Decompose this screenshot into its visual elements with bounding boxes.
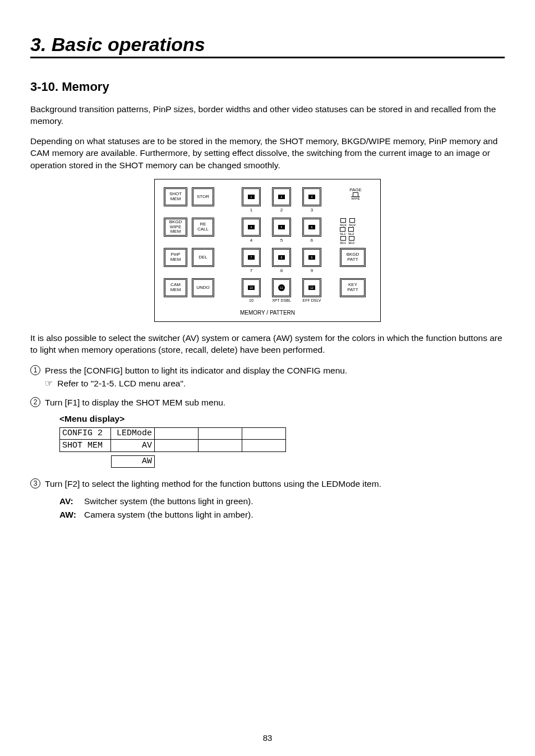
pattern-label: 8 xyxy=(270,268,293,278)
def-aw-key: AW: xyxy=(59,508,80,522)
menu-r1c5 xyxy=(242,427,286,440)
pattern-label: 2 xyxy=(270,208,293,218)
chapter-title: 3. Basic operations xyxy=(30,34,505,58)
menu-r1c4 xyxy=(199,427,242,440)
pattern-label: 1 xyxy=(240,208,262,218)
pattern-label: 9 xyxy=(301,268,323,278)
pattern-label: 6 xyxy=(301,238,323,248)
step-1: 1 Press the [CONFIG] button to light its… xyxy=(30,364,505,390)
pattern-button: 6 xyxy=(301,218,323,238)
menu-r1c1: CONFIG 2 xyxy=(59,427,111,440)
menu-display-heading: <Menu display> xyxy=(59,412,505,425)
menu-r3c2: AW xyxy=(111,455,155,468)
intro-para-1: Background transition patterns, PinP siz… xyxy=(30,103,505,127)
def-aw-val: Camera system (the buttons light in ambe… xyxy=(84,508,253,522)
legend-block: SQ1SQ2SL1SL23D13D2 xyxy=(340,218,371,238)
pattern-button: 2 xyxy=(270,187,293,208)
pattern-label: XPT DSBL xyxy=(270,298,293,308)
step-1-text: Press the [CONFIG] button to light its i… xyxy=(45,364,505,377)
step-3-text: Turn [F2] to select the lighting method … xyxy=(45,477,505,490)
pattern-label: 3 xyxy=(301,208,323,218)
step-3: 3 Turn [F2] to select the lighting metho… xyxy=(30,477,505,522)
pattern-button: 9 xyxy=(301,248,323,268)
op-button: RE CALL xyxy=(192,218,214,237)
pattern-button: 4 xyxy=(240,218,262,238)
key-patt-button: KEY PATT xyxy=(340,278,366,297)
page-number: 83 xyxy=(0,733,535,743)
menu-r1c3 xyxy=(155,427,199,440)
def-av-val: Switcher system (the buttons light in gr… xyxy=(84,495,253,508)
def-av-key: AV: xyxy=(59,495,80,508)
op-button: UNDO xyxy=(192,278,214,297)
para-after-panel: It is also possible to select the switch… xyxy=(30,332,505,356)
menu-r2c3 xyxy=(155,440,199,452)
step-2: 2 Turn [F1] to display the SHOT MEM sub … xyxy=(30,396,505,472)
step-number-1: 1 xyxy=(30,365,40,375)
pointer-icon: ☞ xyxy=(45,379,53,388)
step-number-3: 3 xyxy=(30,478,40,488)
menu-r1c2: LEDMode xyxy=(111,427,155,440)
mem-button: CAM MEM xyxy=(164,278,187,297)
pattern-button: 10 xyxy=(240,278,262,298)
menu-r2c4 xyxy=(199,440,242,452)
menu-display-table: CONFIG 2 LEDMode SHOT MEM AV xyxy=(59,427,286,468)
op-button: DEL xyxy=(192,248,214,267)
pattern-label: 10 xyxy=(240,298,262,308)
pattern-button: 3 xyxy=(301,187,323,208)
pattern-label: EFF DSLV xyxy=(301,298,323,308)
pattern-button: 12 xyxy=(301,278,323,298)
control-panel-figure: SHOT MEMSTOR123123BKGD WIPE MEMRE CALL45… xyxy=(154,179,381,322)
step-2-text: Turn [F1] to display the SHOT MEM sub me… xyxy=(45,396,505,409)
pattern-button: 5 xyxy=(270,218,293,238)
menu-r2c5 xyxy=(242,440,286,452)
step-1-ref: Refer to "2-1-5. LCD menu area". xyxy=(57,379,186,388)
pattern-label: 4 xyxy=(240,238,262,248)
mem-button: SHOT MEM xyxy=(164,187,187,206)
mem-button: BKGD WIPE MEM xyxy=(164,218,187,237)
step-number-2: 2 xyxy=(30,397,40,407)
pattern-label: 5 xyxy=(270,238,293,248)
op-button: STOR xyxy=(192,187,214,206)
menu-r2c2: AV xyxy=(111,440,155,452)
pattern-button: 1 xyxy=(240,187,262,208)
menu-r2c1: SHOT MEM xyxy=(59,440,111,452)
mem-button: PinP MEM xyxy=(164,248,187,267)
intro-para-2: Depending on what statuses are to be sto… xyxy=(30,135,505,171)
pattern-label: 7 xyxy=(240,268,262,278)
pattern-button: 8 xyxy=(270,248,293,268)
pattern-button: 11 xyxy=(270,278,293,298)
pattern-button: 7 xyxy=(240,248,262,268)
bkgd-patt-button: BKGD PATT xyxy=(340,248,366,267)
page-indicator: PAGEWIPE xyxy=(340,187,371,208)
section-heading: 3-10. Memory xyxy=(30,80,505,94)
panel-caption: MEMORY / PATTERN xyxy=(164,310,371,316)
